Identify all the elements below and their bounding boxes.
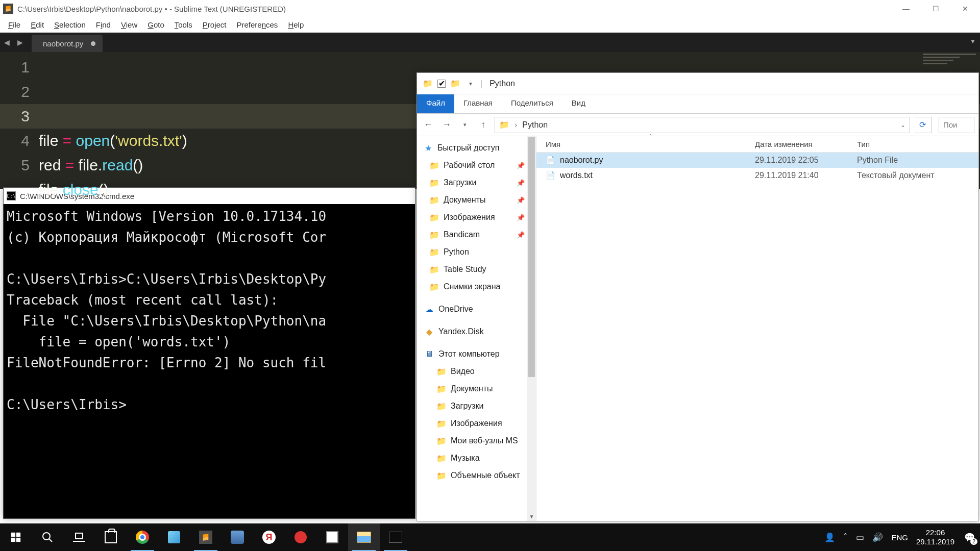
menu-tools[interactable]: Tools — [169, 18, 198, 31]
qat-folder-icon[interactable]: 📁 — [422, 78, 433, 89]
tree-item[interactable]: 📁Видео — [417, 363, 536, 380]
svg-rect-3 — [16, 538, 20, 542]
scroll-down-icon[interactable]: ▼ — [527, 512, 536, 521]
folder-icon: 📁 — [429, 213, 439, 222]
tab-nav-back[interactable]: ◀ — [1, 37, 12, 48]
maximize-button[interactable]: ☐ — [921, 0, 950, 17]
menu-selection[interactable]: Selection — [49, 18, 91, 31]
notification-badge: 2 — [970, 538, 977, 545]
tray-battery-icon[interactable]: ▭ — [856, 532, 864, 543]
sublime-title-text: C:\Users\Irbis\Desktop\Python\naoborot.p… — [17, 5, 286, 13]
taskbar-box[interactable] — [316, 523, 348, 551]
qat-folder-icon-2[interactable]: 📁 — [450, 78, 461, 89]
ribbon-tab-home[interactable]: Главная — [454, 94, 502, 113]
taskbar-notes[interactable] — [158, 523, 190, 551]
sublime-titlebar[interactable]: C:\Users\Irbis\Desktop\Python\naoborot.p… — [0, 0, 980, 17]
folder-icon: 📁 — [436, 402, 447, 411]
tab-nav-forward[interactable]: ▶ — [14, 37, 26, 48]
line-gutter: 12345 — [0, 52, 39, 189]
menu-file[interactable]: File — [3, 18, 26, 31]
minimize-button[interactable]: — — [891, 0, 921, 17]
folder-icon: 📁 — [429, 230, 439, 240]
svg-rect-1 — [16, 533, 20, 537]
taskbar-explorer[interactable] — [348, 523, 380, 551]
search-button[interactable] — [32, 523, 63, 551]
qat-checkbox-icon[interactable]: ✔ — [437, 80, 446, 88]
taskbar-chrome[interactable] — [127, 523, 158, 551]
tree-item[interactable]: 📁Мои веб-узлы MS — [417, 432, 536, 449]
tree-item[interactable]: 📁Музыка — [417, 449, 536, 467]
tree-yandex-disk[interactable]: ◆ Yandex.Disk — [417, 323, 536, 340]
ribbon-tab-share[interactable]: Поделиться — [502, 94, 562, 113]
tree-item[interactable]: 📁Изображения📌 — [417, 209, 536, 226]
menu-find[interactable]: Find — [91, 18, 116, 31]
menu-goto[interactable]: Goto — [142, 18, 169, 31]
menu-edit[interactable]: Edit — [26, 18, 49, 31]
cmd-window: C:\ C:\WINDOWS\system32\cmd.exe Microsof… — [3, 187, 415, 519]
clock-time: 22:06 — [916, 528, 954, 537]
folder-icon: 📁 — [436, 471, 447, 481]
taskbar-record[interactable] — [285, 523, 316, 551]
tree-onedrive[interactable]: ☁ OneDrive — [417, 300, 536, 318]
menu-view[interactable]: View — [116, 18, 142, 31]
folder-icon: 📁 — [436, 367, 447, 377]
folder-icon: 📁 — [436, 384, 447, 394]
ribbon-tab-view[interactable]: Вид — [562, 94, 595, 113]
tree-this-pc[interactable]: 🖥 Этот компьютер — [417, 345, 536, 363]
taskbar-store[interactable] — [95, 523, 127, 551]
cmd-icon — [389, 532, 402, 543]
tree-item[interactable]: 📁Документы — [417, 380, 536, 397]
tree-item[interactable]: 📁Снимки экрана — [417, 278, 536, 295]
tab-dirty-icon — [91, 41, 95, 46]
tree-item[interactable]: 📁Изображения — [417, 415, 536, 432]
tree-item[interactable]: 📁Python — [417, 243, 536, 261]
pin-icon: 📌 — [517, 231, 525, 239]
taskbar-yandex[interactable]: Я — [253, 523, 285, 551]
tray-clock[interactable]: 22:06 29.11.2019 — [916, 528, 954, 546]
taskbar-cmd[interactable] — [380, 523, 411, 551]
ribbon-tab-file[interactable]: Файл — [417, 94, 454, 113]
qat-dropdown-icon[interactable]: ▾ — [465, 78, 476, 89]
tray-language[interactable]: ENG — [891, 533, 908, 542]
taskbar-idle[interactable] — [222, 523, 253, 551]
notes-icon — [168, 531, 180, 543]
svg-rect-6 — [76, 533, 83, 539]
record-icon — [295, 531, 307, 543]
box-icon — [326, 531, 338, 543]
breadcrumb-text[interactable]: Python — [522, 120, 548, 130]
explorer-ribbon: Файл Главная Поделиться Вид — [417, 94, 978, 114]
menu-project[interactable]: Project — [198, 18, 232, 31]
pin-icon: 📌 — [517, 214, 525, 221]
cmd-output[interactable]: Microsoft Windows [Version 10.0.17134.10… — [4, 204, 415, 417]
tray-overflow-icon[interactable]: ˄ — [843, 532, 848, 543]
folder-icon: 📁 — [429, 265, 439, 274]
cloud-icon: ☁ — [424, 305, 434, 314]
tree-item[interactable]: 📁Объемные объект — [417, 467, 536, 484]
tree-item[interactable]: 📁Bandicam📌 — [417, 226, 536, 243]
folder-icon: 📁 — [436, 454, 447, 463]
folder-icon: 📁 — [436, 419, 447, 429]
svg-line-5 — [49, 539, 52, 542]
tray-notifications[interactable]: 💬 2 — [963, 531, 976, 544]
sublime-app-icon — [3, 4, 13, 14]
tab-naoborot[interactable]: naoborot.py — [32, 35, 103, 52]
idle-icon — [231, 531, 244, 544]
close-button[interactable]: ✕ — [950, 0, 980, 17]
folder-icon: 📁 — [429, 282, 439, 292]
store-icon — [105, 531, 117, 543]
cmd-app-icon: C:\ — [7, 191, 16, 201]
task-view-button[interactable] — [63, 523, 95, 551]
menu-help[interactable]: Help — [283, 18, 309, 31]
tab-overflow-icon[interactable]: ▼ — [970, 38, 976, 45]
tree-item[interactable]: 📁Table Study — [417, 261, 536, 278]
tree-item[interactable]: 📁Загрузки — [417, 397, 536, 415]
start-button[interactable] — [0, 523, 32, 551]
taskbar-sublime[interactable] — [190, 523, 222, 551]
address-dropdown-icon[interactable]: ⌄ — [900, 121, 905, 129]
explorer-titlebar[interactable]: 📁 ✔ 📁 ▾ | Python — [417, 73, 978, 94]
menu-preferences[interactable]: Preferences — [231, 18, 283, 31]
folder-icon: 📁 — [436, 436, 447, 446]
sublime-icon — [199, 531, 212, 544]
tray-volume-icon[interactable]: 🔊 — [872, 532, 883, 543]
tray-people-icon[interactable]: 👤 — [824, 532, 835, 543]
